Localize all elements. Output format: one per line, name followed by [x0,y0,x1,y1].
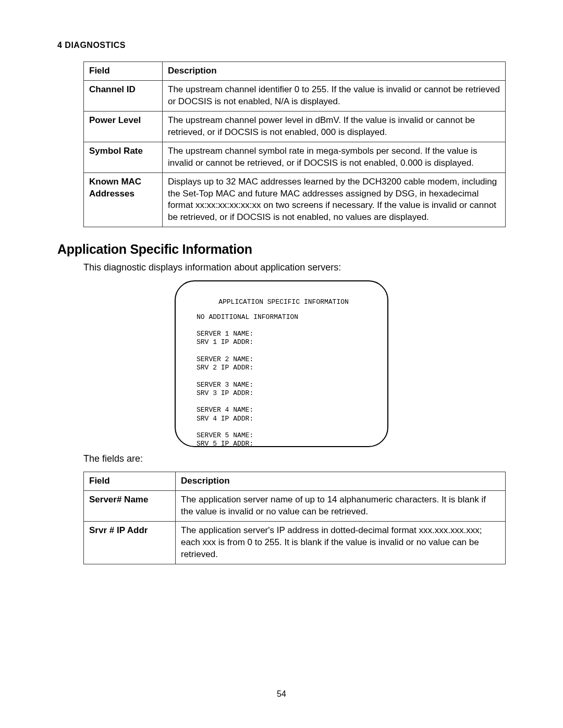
col-field: Field [84,62,163,81]
field-desc: Displays up to 32 MAC addresses learned … [163,172,506,227]
page-number: 54 [0,689,563,699]
tv-screen: APPLICATION SPECIFIC INFORMATION NO ADDI… [175,280,388,447]
field-desc: The upstream channel power level in dBmV… [163,111,506,142]
field-name: Power Level [84,111,163,142]
app-fields-table: Field Description Server# Name The appli… [83,472,506,564]
field-desc: The application server's IP address in d… [176,522,506,564]
table-row: Symbol Rate The upstream channel symbol … [84,142,506,172]
table-header-row: Field Description [84,472,506,491]
col-field: Field [84,472,176,491]
screen-body: NO ADDITIONAL INFORMATION SERVER 1 NAME:… [197,313,371,449]
screen-title: APPLICATION SPECIFIC INFORMATION [197,298,371,306]
table-row: Known MAC Addresses Displays up to 32 MA… [84,172,506,227]
field-name: Channel ID [84,80,163,111]
field-name: Known MAC Addresses [84,172,163,227]
section-title: Application Specific Information [57,242,506,257]
field-name: Server# Name [84,491,176,522]
field-desc: The application server name of up to 14 … [176,491,506,522]
table-header-row: Field Description [84,62,506,81]
intro-text: This diagnostic displays information abo… [83,262,506,273]
table-row: Server# Name The application server name… [84,491,506,522]
field-desc: The upstream channel identifier 0 to 255… [163,80,506,111]
col-description: Description [163,62,506,81]
screenshot-figure: APPLICATION SPECIFIC INFORMATION NO ADDI… [57,280,506,447]
fields-intro: The fields are: [83,453,506,464]
upstream-fields-table: Field Description Channel ID The upstrea… [83,61,506,227]
field-name: Srvr # IP Addr [84,522,176,564]
table-row: Power Level The upstream channel power l… [84,111,506,142]
section-header: 4 DIAGNOSTICS [57,41,506,50]
table-row: Channel ID The upstream channel identifi… [84,80,506,111]
col-description: Description [176,472,506,491]
table-row: Srvr # IP Addr The application server's … [84,522,506,564]
field-desc: The upstream channel symbol rate in mega… [163,142,506,172]
field-name: Symbol Rate [84,142,163,172]
